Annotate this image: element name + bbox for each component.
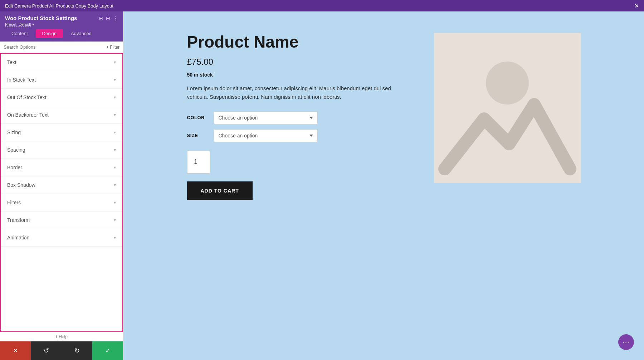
sidebar-item-label: Box Shadow [7,182,35,188]
filter-button[interactable]: + Filter [106,45,119,50]
sidebar-icon-more[interactable]: ⋮ [113,15,118,21]
sidebar-item-animation[interactable]: Animation ▾ [1,229,122,247]
floating-dots-button[interactable]: ··· [618,334,634,350]
product-name: Product Name [187,33,405,51]
product-description: Lorem ipsum dolor sit amet, consectetur … [187,84,405,101]
sidebar-icons: ⊞ ⊟ ⋮ [99,15,118,21]
search-input[interactable] [4,44,104,50]
product-price: £75.00 [187,57,405,67]
sidebar-item-label: Animation [7,235,29,240]
sidebar-item-text[interactable]: Text ▾ [1,54,122,71]
size-option-row: SIZE Choose an option [187,129,405,142]
sidebar-item-transform[interactable]: Transform ▾ [1,211,122,229]
close-icon[interactable]: ✕ [634,3,639,9]
chevron-down-icon: ▾ [114,218,116,223]
content-area: Product Name £75.00 50 in stock Lorem ip… [123,11,644,360]
main-layout: Woo Product Stock Settings ⊞ ⊟ ⋮ Preset:… [0,11,644,360]
sidebar-item-out-of-stock-text[interactable]: Out Of Stock Text ▾ [1,89,122,106]
chevron-down-icon: ▾ [114,200,116,205]
sidebar-icon-columns[interactable]: ⊟ [106,15,110,21]
sidebar-bottom-bar: ✕ ↺ ↻ ✓ [0,341,123,360]
sidebar-item-label: Filters [7,200,21,205]
tab-design[interactable]: Design [36,29,63,38]
product-options: COLOR Choose an option SIZE Choose an op… [187,111,405,142]
sidebar-item-on-backorder-text[interactable]: On Backorder Text ▾ [1,106,122,124]
quantity-input[interactable] [187,151,210,174]
product-layout: Product Name £75.00 50 in stock Lorem ip… [187,33,581,200]
color-select[interactable]: Choose an option [214,111,318,124]
sidebar-item-label: Sizing [7,130,21,135]
sidebar-item-label: Spacing [7,147,25,153]
sidebar-header: Woo Product Stock Settings ⊞ ⊟ ⋮ Preset:… [0,11,123,29]
redo-button[interactable]: ↻ [62,341,92,360]
close-button[interactable]: ✕ [0,341,31,360]
sidebar-item-box-shadow[interactable]: Box Shadow ▾ [1,176,122,194]
help-icon: ℹ [55,334,57,339]
sidebar-item-label: Border [7,165,22,170]
undo-button[interactable]: ↺ [31,341,62,360]
sidebar-item-in-stock-text[interactable]: In Stock Text ▾ [1,71,122,89]
sidebar-preset[interactable]: Preset: Default ▾ [5,22,118,27]
sidebar-item-border[interactable]: Border ▾ [1,159,122,176]
help-label: Help [59,334,68,339]
top-bar: Edit Camera Product All Products Copy Bo… [0,0,644,11]
chevron-down-icon: ▾ [114,112,116,117]
product-stock: 50 in stock [187,72,405,78]
sidebar: Woo Product Stock Settings ⊞ ⊟ ⋮ Preset:… [0,11,123,360]
tab-content[interactable]: Content [5,29,34,38]
chevron-down-icon: ▾ [114,183,116,188]
sidebar-options-list: Text ▾ In Stock Text ▾ Out Of Stock Text… [0,53,123,332]
sidebar-item-label: Transform [7,217,30,223]
color-label: COLOR [187,115,207,120]
sidebar-title: Woo Product Stock Settings [5,15,77,21]
sidebar-tabs: Content Design Advanced [0,29,123,42]
top-bar-title: Edit Camera Product All Products Copy Bo… [5,3,113,9]
chevron-down-icon: ▾ [114,165,116,170]
size-select[interactable]: Choose an option [214,129,318,142]
product-image [434,33,581,183]
help-link[interactable]: ℹ Help [0,332,123,341]
sidebar-item-sizing[interactable]: Sizing ▾ [1,124,122,141]
chevron-down-icon: ▾ [114,130,116,135]
svg-point-1 [486,62,529,104]
sidebar-item-label: Out Of Stock Text [7,94,46,100]
sidebar-item-spacing[interactable]: Spacing ▾ [1,141,122,159]
sidebar-item-filters[interactable]: Filters ▾ [1,194,122,211]
chevron-down-icon: ▾ [114,147,116,152]
size-label: SIZE [187,133,207,138]
chevron-down-icon: ▾ [114,235,116,240]
chevron-down-icon: ▾ [114,95,116,100]
add-to-cart-button[interactable]: ADD TO CART [187,181,253,200]
sidebar-search: + Filter [0,42,123,53]
tab-advanced[interactable]: Advanced [64,29,98,38]
chevron-down-icon: ▾ [114,60,116,65]
sidebar-item-label: On Backorder Text [7,112,49,118]
product-info: Product Name £75.00 50 in stock Lorem ip… [187,33,405,200]
save-button[interactable]: ✓ [92,341,123,360]
chevron-down-icon: ▾ [114,77,116,82]
sidebar-item-label: In Stock Text [7,77,36,83]
sidebar-item-label: Text [7,59,16,65]
color-option-row: COLOR Choose an option [187,111,405,124]
sidebar-icon-copy[interactable]: ⊞ [99,15,103,21]
